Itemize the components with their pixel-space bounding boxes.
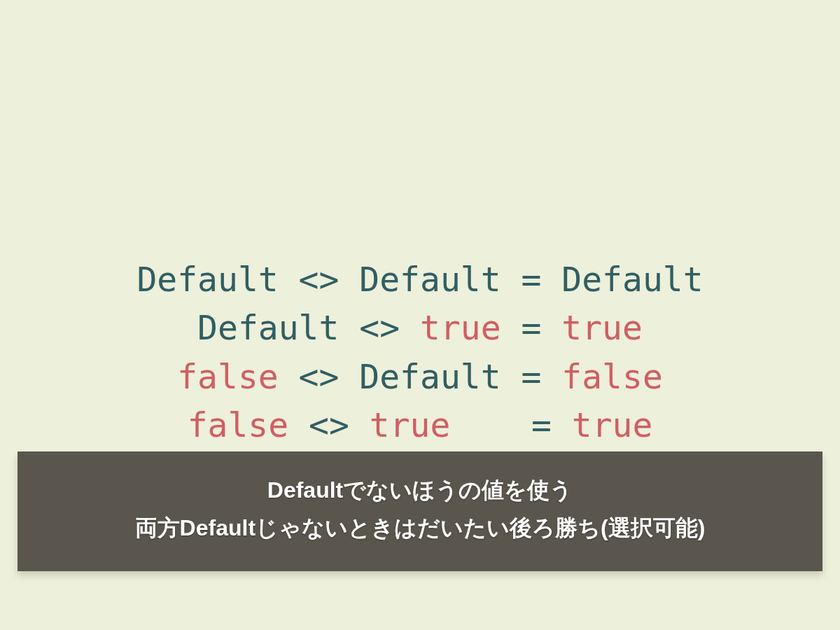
slide: Default <> Default = Default Default <> … xyxy=(0,0,840,630)
token-true: true xyxy=(572,405,653,444)
token-default: Default xyxy=(136,260,278,299)
caption-box: Defaultでないほうの値を使う 両方Defaultじゃないときはだいたい後ろ… xyxy=(18,451,822,571)
token-default: Default xyxy=(359,260,500,299)
code-line-2: Default <> true = true xyxy=(197,308,643,347)
code-line-4: false <> true = true xyxy=(188,405,653,444)
token-op: <> xyxy=(279,357,360,396)
caption-line-1: Defaultでないほうの値を使う xyxy=(31,471,808,509)
token-default: Default xyxy=(359,357,500,396)
token-pad xyxy=(450,405,511,444)
code-line-1: Default <> Default = Default xyxy=(136,260,703,299)
code-line-3: false <> Default = false xyxy=(177,357,663,396)
token-true: true xyxy=(370,405,451,444)
token-true: true xyxy=(561,308,643,347)
token-op: <> xyxy=(339,308,420,347)
token-op: <> xyxy=(288,405,370,444)
token-eq: = xyxy=(501,260,562,299)
caption-line-2: 両方Defaultじゃないときはだいたい後ろ勝ち(選択可能) xyxy=(31,509,808,547)
token-eq: = xyxy=(511,405,572,444)
token-false: false xyxy=(188,405,289,444)
token-eq: = xyxy=(501,308,562,347)
token-eq: = xyxy=(501,357,562,396)
token-false: false xyxy=(177,357,279,396)
token-op: <> xyxy=(279,260,360,299)
token-false: false xyxy=(561,357,663,396)
token-default: Default xyxy=(197,308,339,347)
token-default: Default xyxy=(561,260,703,299)
token-true: true xyxy=(420,308,501,347)
